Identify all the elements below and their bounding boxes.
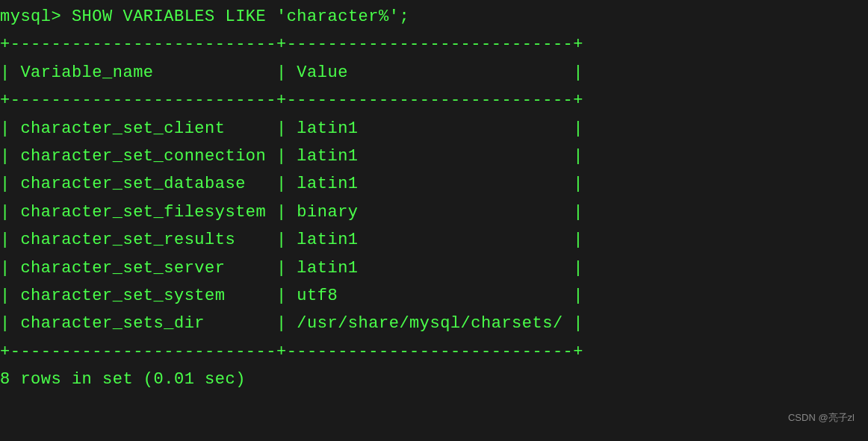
table-row: | character_set_results | latin1 | [0,231,583,249]
watermark-text: CSDN @亮子zl [788,410,855,426]
table-row: | character_sets_dir | /usr/share/mysql/… [0,314,583,333]
sql-command: SHOW VARIABLES LIKE 'character%'; [72,7,409,26]
table-row: | character_set_server | latin1 | [0,259,583,278]
table-header-row: | Variable_name | Value | [0,63,583,82]
table-row: | character_set_client | latin1 | [0,119,583,138]
table-row: | character_set_filesystem | binary | [0,203,583,222]
table-row: | character_set_database | latin1 | [0,175,583,193]
table-border-bottom: +--------------------------+------------… [0,343,583,361]
table-row: | character_set_system | utf8 | [0,287,583,305]
table-row: | character_set_connection | latin1 | [0,147,583,166]
mysql-prompt: mysql> [0,7,72,26]
result-summary: 8 rows in set (0.01 sec) [0,370,246,389]
table-border-mid: +--------------------------+------------… [0,91,583,110]
table-border-top: +--------------------------+------------… [0,35,583,54]
terminal-output: mysql> SHOW VARIABLES LIKE 'character%';… [0,3,868,393]
